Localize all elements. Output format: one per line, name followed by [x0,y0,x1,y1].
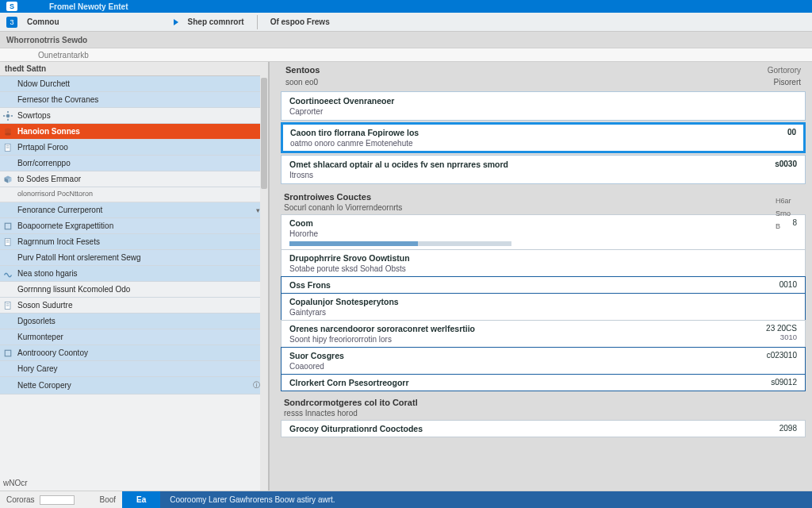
panel-sub: soon eo0 [285,78,318,87]
row-sub: Sotabe porute sksd Sohad Obsts [289,264,410,273]
card-sub: oatmo onoro canmre Emotenehute [290,139,419,148]
svg-rect-21 [5,350,11,356]
status-message: Cooroomy Larer Gawhrorens Boow astiry aw… [160,491,812,508]
scrollbar-thumb[interactable] [261,78,267,189]
sidebar-item-label: Fenorance Currerperont [17,206,102,214]
row-title: Oss Frons [289,280,331,290]
tab-common[interactable]: Comnou [27,17,59,26]
section2-title: Srontroiwes Couctes [281,186,806,203]
sidebar-item-2[interactable]: Sowrtops [0,108,268,124]
row-value: 23 20CS3010 [766,324,797,341]
tab-shop[interactable]: Shep comnrort [188,17,244,26]
sidebar-item-9[interactable]: Ragrnnum Irocit Fesets [0,234,268,250]
table-row[interactable]: Suor CosgresCoaooredc023010 [281,347,806,375]
box-icon [3,221,13,231]
row-sub: Hororhe [289,229,511,238]
table-row[interactable]: CoomHororhe8 [281,214,806,250]
main-panel: Sentoos Gortorory soon eo0 Pisorert Coor… [270,62,812,491]
table-row[interactable]: Drupophrrire Srovo OowtistunSotabe porut… [281,249,806,277]
table-row[interactable]: Copalunjor SnotesperytonsGaintyrars [281,293,806,321]
panel-title: Sentoos [285,65,320,75]
sidebar-item-1[interactable]: Fernesor the Covranes [0,92,268,108]
doc-icon [3,143,13,152]
sidebar-item-4[interactable]: Prrtapol Foroo [0,140,268,156]
sidebar-item-11[interactable]: Nea stono hgaris [0,266,268,282]
sidebar-item-14[interactable]: Dgosorlets [0,314,268,329]
section2-sub: Socurl conanh lo Viorrerndeornrts [281,203,806,215]
sidebar-item-label: Soson Sudurtre [17,301,73,310]
sidebar-item-18[interactable]: Nette Coroperyⓘ [0,377,268,394]
aux-label: B [776,222,806,230]
row-title: Suor Cosgres [289,351,344,360]
sidebar-item-17[interactable]: Hory Carey [0,361,268,377]
table-row[interactable]: Oss Frons0010 [281,276,806,294]
sidebar-item-label: Fernesor the Covranes [17,95,98,104]
db-icon [3,127,13,137]
breadcrumb-sub: Ounetrantarkb [0,48,812,62]
sidebar-item-13[interactable]: Soson Sudurtre [0,298,268,314]
svg-point-7 [5,133,11,135]
card-1[interactable]: Caoon tiro florrana Fopirowe losoatmo on… [281,122,806,153]
sidebar-item-label: Ndow Durchett [17,79,70,88]
card-sub: Caprorter [289,107,394,116]
sidebar-item-7[interactable]: Fenorance Currerperont▾ [0,202,268,218]
sidebar-item-label: Prrtapol Foroo [17,143,68,152]
panel-sub-right: Pisorert [774,78,801,87]
row-sub: Coaoored [289,362,344,371]
table-row[interactable]: Clrorkert Corn Psesortreogorrs09012 [281,374,806,391]
toolbar-separator [257,15,258,29]
sub-chip[interactable]: 3 [6,17,17,28]
card-2[interactable]: Omet shlacard optair al u ocides fv sen … [281,155,806,184]
app-pill[interactable]: S [6,2,17,11]
breadcrumb: Whorronotrris Sewdo [0,32,812,48]
sidebar-item-12[interactable]: Gorrnnng lissunt Kcomoled Odo [0,282,268,298]
play-icon[interactable] [174,19,178,25]
row-value: 0010 [779,280,797,289]
sidebar-item-0[interactable]: Ndow Durchett [0,76,268,92]
doc-icon [3,237,13,247]
ribbon-left: S [6,2,17,11]
section3-sub: resss Innactes horod [281,409,806,421]
info-icon: ⓘ [253,380,260,391]
sidebar-item-label: Dgosorlets [17,317,56,325]
ribbon-title: Fromel Newoty Entet [49,2,128,11]
card-0[interactable]: Coortinoeect OvenraneoerCaprorter [281,91,806,121]
row-title: Grocoy Oiturprationrd Cooctodes [289,424,423,433]
row-title: Clrorkert Corn Psesortreogorr [289,378,409,387]
title-ribbon: S Fromel Newoty Entet [0,0,812,13]
row-value: c023010 [767,351,797,360]
svg-point-0 [6,114,10,117]
row-value: s09012 [771,378,797,387]
sidebar-item-15[interactable]: Kurmonteper [0,329,268,345]
sidebar-item-label: Purv Patoll Hont orslerement Sewg [17,253,141,262]
tab-frews[interactable]: Of espoo Frews [270,17,330,26]
sidebar-item-3[interactable]: Hanoion Sonnes [0,124,268,140]
sidebar-item-8[interactable]: Boapoornete Exgrapettition [0,218,268,234]
status-seg[interactable]: Ea [122,491,160,508]
row-sub: Gaintyrars [289,308,399,317]
table-row[interactable]: Orenes narcendooror sororaconret werlfes… [281,320,806,348]
status-mini-box [40,495,75,505]
status-bar: Cororas Boof Ea Cooroomy Larer Gawhroren… [0,491,812,508]
progress-bar [289,241,511,246]
status-left: Cororas Boof [0,491,122,508]
card-title: Coortinoeect Ovenraneoer [289,96,394,106]
sidebar-item-10[interactable]: Purv Patoll Hont orslerement Sewg [0,250,268,266]
sidebar-item-5[interactable]: Borr/correnppo [0,156,268,171]
row-value: 2098 [779,424,797,433]
panel-title-right: Gortorory [768,66,801,75]
sidebar-item-label: to Sodes Emmaor [17,175,81,183]
doc-icon [3,301,13,310]
gear-icon [3,111,13,121]
sidebar-item-6[interactable]: to Sodes Emmaor [0,171,268,187]
sidebar-item-16[interactable]: Aontrooory Coontoy [0,345,268,361]
row-sub: Soont hipy freoriororrotin lors [289,335,475,344]
section3-title: Sondrcormotgeres col ito Coratl [281,391,806,409]
sidebar-scrollbar[interactable] [260,62,268,491]
svg-rect-14 [5,223,11,229]
table-row[interactable]: Grocoy Oiturprationrd Cooctodes2098 [281,420,806,437]
sidebar-item-label: Nette Coropery [17,381,71,390]
sidebar-item-label: Gorrnnng lissunt Kcomoled Odo [17,285,130,294]
sidebar-item-label: Nea stono hgaris [17,269,78,278]
row-title: Coom [289,218,511,228]
